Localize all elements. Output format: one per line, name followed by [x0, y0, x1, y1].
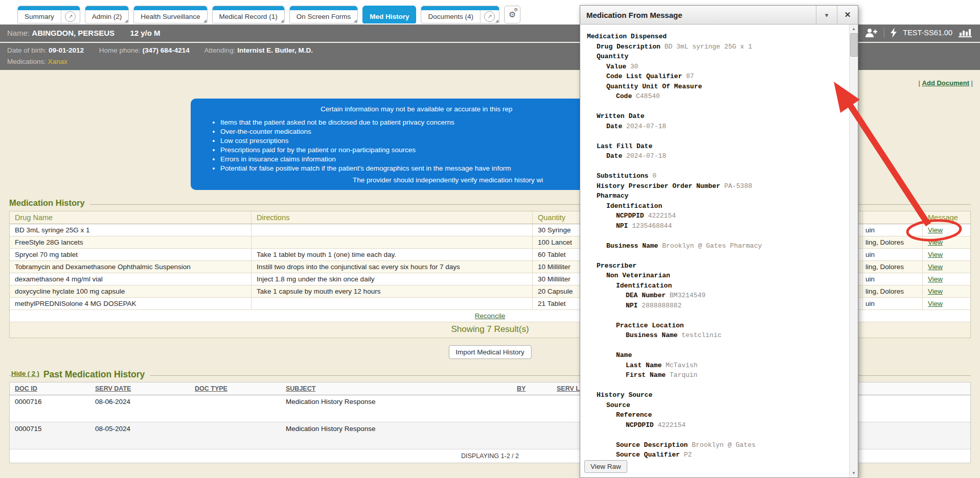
col-header-doc-type[interactable]: DOC TYPE: [190, 383, 281, 395]
col-header-subject[interactable]: SUBJECT: [281, 383, 512, 395]
add-person-icon[interactable]: [864, 28, 878, 38]
top-right-toolbar: TEST-SS61.00: [864, 28, 972, 38]
tab-corner-fold: [495, 19, 498, 22]
popup-blank-line: [587, 131, 849, 141]
tab-med-history[interactable]: Med History: [362, 6, 416, 23]
dialog-message-content: Medication DispensedDrug Description BD …: [580, 25, 849, 477]
popup-blank-line: [587, 161, 849, 172]
past-history-header: Hide ( 2 )Past Medication History: [11, 369, 150, 380]
by-cell: uin: [862, 298, 922, 309]
tab-documents-4[interactable]: Documents (4)↗: [421, 6, 499, 23]
popup-line: Non Veterinarian: [587, 271, 849, 281]
view-message-link[interactable]: View: [928, 300, 943, 307]
dialog-close-button[interactable]: ✕: [837, 6, 858, 24]
message-cell: View: [922, 285, 970, 297]
popup-line: Value 30: [587, 62, 849, 72]
message-cell: View: [922, 261, 970, 273]
lightning-icon[interactable]: [891, 28, 897, 38]
popup-line: Source Description Brooklyn @ Gates: [587, 440, 849, 450]
by-cell: [512, 395, 552, 422]
col-header-message: Message: [922, 211, 970, 224]
tab-top-accent: [213, 6, 284, 10]
popup-line: NCPDPID 4222154: [587, 211, 849, 221]
scrollbar-thumb[interactable]: [850, 33, 858, 57]
view-message-link[interactable]: View: [928, 226, 943, 234]
patient-dob: 09-01-2012: [49, 46, 84, 54]
tab-summary[interactable]: Summary↗: [17, 6, 80, 23]
popup-line: Name: [587, 350, 849, 361]
tab-admin-2[interactable]: Admin (2): [85, 6, 129, 23]
view-message-link[interactable]: View: [928, 288, 943, 295]
directions-cell: Instill two drops into the conjunctival …: [251, 261, 532, 273]
serv-date-cell: 08-06-2024: [90, 395, 190, 422]
message-cell: View: [922, 249, 970, 260]
past-history-title: Past Medication History: [43, 369, 145, 379]
popup-line: Prescriber: [587, 261, 849, 271]
bar-chart-icon[interactable]: [959, 29, 972, 37]
tab-corner-fold: [203, 19, 207, 22]
popup-line: Identification: [587, 281, 849, 291]
view-message-link[interactable]: View: [928, 275, 943, 283]
scroll-up-arrow[interactable]: ▲: [850, 25, 858, 33]
tab-label: Admin (2): [85, 13, 129, 20]
tab-corner-fold: [281, 19, 284, 22]
import-medical-history-button[interactable]: Import Medical History: [448, 345, 531, 359]
dialog-collapse-button[interactable]: ▾: [816, 6, 837, 24]
view-message-link[interactable]: View: [928, 251, 943, 258]
message-cell: View: [922, 273, 970, 285]
dialog-title-bar[interactable]: Medication From Message ▾ ✕: [580, 6, 858, 25]
popup-line: Last Fill Date: [587, 141, 849, 152]
patient-phone: (347) 684-4214: [142, 46, 189, 54]
drug-name-cell: methylPREDNISolone 4 MG DOSEPAK: [10, 298, 251, 309]
col-header-drug-name[interactable]: Drug Name: [10, 211, 251, 224]
scroll-down-arrow[interactable]: ▼: [850, 469, 858, 477]
popup-line: Practice Location: [587, 321, 849, 331]
message-cell: View: [922, 298, 970, 309]
tab-on-screen-forms[interactable]: On Screen Forms: [289, 6, 358, 23]
tab-top-accent: [18, 6, 80, 10]
popup-blank-line: [587, 251, 849, 261]
tab-health-surveillance[interactable]: Health Surveillance: [133, 6, 207, 23]
patient-attending: Internist E. Butler, M.D.: [237, 46, 313, 54]
by-cell: ling, Dolores: [862, 236, 922, 248]
popup-blank-line: [587, 102, 849, 112]
directions-cell: [251, 224, 532, 236]
col-header-serv-date[interactable]: SERV DATE: [90, 383, 190, 395]
settings-gear-button[interactable]: ⚙⚙: [504, 6, 520, 23]
popup-line: NPI 2888888882: [587, 301, 849, 311]
external-link-icon[interactable]: ↗: [61, 10, 80, 23]
popup-line: Identification: [587, 201, 849, 211]
view-message-link[interactable]: View: [928, 238, 943, 246]
tab-top-accent: [290, 6, 358, 10]
popup-line: Code List Qualifier 87: [587, 71, 849, 82]
drug-name-cell: Sprycel 70 mg tablet: [10, 249, 251, 260]
popup-line: Business Name testclinic: [587, 330, 849, 341]
patient-name: ABINGDON, PERSEUS: [32, 29, 115, 37]
popup-line: Business Name Brooklyn @ Gates Pharmacy: [587, 241, 849, 251]
doc-id-cell: 0000716: [10, 395, 90, 422]
close-icon: ✕: [845, 10, 851, 19]
tab-corner-fold: [354, 19, 357, 22]
dialog-scrollbar[interactable]: ▲ ▼: [849, 25, 858, 477]
reconcile-link[interactable]: Reconcile: [475, 312, 505, 320]
directions-cell: [251, 298, 532, 309]
popup-line: DEA Number BM3214549: [587, 291, 849, 301]
serv-date-cell: 08-05-2024: [90, 422, 190, 449]
popup-line: Medication Dispensed: [587, 32, 849, 42]
col-header-doc-id[interactable]: DOC ID: [10, 383, 90, 395]
hide-link[interactable]: Hide ( 2 ): [11, 370, 39, 377]
view-raw-button[interactable]: View Raw: [584, 460, 627, 473]
doc-type-cell: [190, 422, 281, 449]
col-header-directions[interactable]: Directions: [251, 211, 532, 224]
tab-medical-record-1[interactable]: Medical Record (1): [212, 6, 285, 23]
add-document-link[interactable]: Add Document: [922, 79, 969, 87]
col-header-by[interactable]: BY: [512, 383, 552, 395]
tab-corner-fold: [125, 19, 128, 22]
subject-cell: Medication History Response: [281, 422, 512, 449]
view-message-link[interactable]: View: [928, 263, 943, 271]
patient-medications[interactable]: Xanax: [48, 58, 67, 65]
chevron-down-icon: ▾: [825, 11, 829, 19]
tab-label: Medical Record (1): [213, 13, 284, 20]
tab-top-accent: [134, 6, 207, 10]
by-cell: ling, Dolores: [862, 261, 922, 273]
